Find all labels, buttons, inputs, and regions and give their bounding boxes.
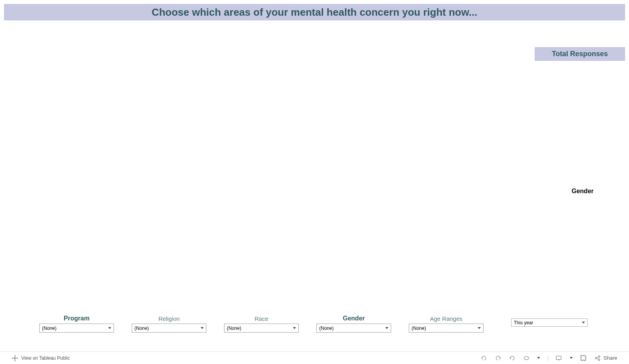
filter-gender-value: (None) bbox=[319, 326, 334, 331]
svg-point-5 bbox=[524, 357, 529, 360]
filter-religion-dropdown[interactable]: (None) bbox=[132, 324, 206, 333]
filter-religion-value: (None) bbox=[134, 326, 149, 331]
svg-rect-0 bbox=[15, 355, 15, 357]
filter-race-dropdown[interactable]: (None) bbox=[224, 324, 299, 333]
chevron-down-icon bbox=[200, 327, 204, 329]
filter-program-group: Program (None) bbox=[39, 315, 114, 333]
refresh-icon[interactable] bbox=[523, 355, 530, 362]
filter-gender-dropdown[interactable]: (None) bbox=[316, 324, 391, 333]
svg-rect-1 bbox=[15, 359, 15, 361]
device-preview-icon[interactable] bbox=[555, 355, 563, 362]
chevron-down-icon bbox=[582, 322, 585, 324]
total-responses-label: Total Responses bbox=[552, 50, 608, 58]
svg-rect-7 bbox=[558, 359, 560, 360]
revert-icon[interactable] bbox=[509, 355, 516, 362]
filter-race-label: Race bbox=[254, 315, 268, 322]
svg-point-10 bbox=[595, 357, 597, 359]
tableau-logo-icon bbox=[12, 355, 18, 361]
share-label: Share bbox=[603, 355, 617, 361]
filter-program-dropdown[interactable]: (None) bbox=[39, 324, 114, 333]
fullscreen-icon[interactable] bbox=[580, 355, 587, 362]
toolbar-left: View on Tableau Public bbox=[12, 355, 70, 361]
svg-point-11 bbox=[598, 356, 600, 357]
toolbar-right: | Share bbox=[480, 355, 617, 362]
gender-section-label: Gender bbox=[572, 188, 594, 195]
filter-program-value: (None) bbox=[42, 326, 57, 331]
filter-race-value: (None) bbox=[227, 326, 241, 331]
filter-time-value: This year bbox=[514, 320, 533, 326]
filter-age-group: Age Ranges (None) bbox=[409, 315, 484, 333]
title-bar: Choose which areas of your mental health… bbox=[4, 4, 625, 20]
filters-row: Program (None) Religion (None) Race (Non… bbox=[39, 315, 590, 333]
dropdown-arrow-icon[interactable] bbox=[537, 355, 540, 362]
undo-icon[interactable] bbox=[480, 355, 487, 362]
filter-religion-group: Religion (None) bbox=[132, 315, 206, 333]
filter-gender-group: Gender (None) bbox=[316, 315, 391, 333]
bottom-toolbar: View on Tableau Public | bbox=[0, 351, 629, 364]
svg-rect-6 bbox=[556, 356, 561, 359]
filter-program-label: Program bbox=[64, 315, 90, 322]
filter-age-dropdown[interactable]: (None) bbox=[409, 324, 484, 333]
svg-rect-4 bbox=[14, 357, 16, 359]
svg-rect-3 bbox=[16, 358, 18, 359]
chevron-down-icon bbox=[385, 327, 388, 329]
filter-time-dropdown[interactable]: This year bbox=[511, 318, 588, 327]
chevron-down-icon bbox=[108, 327, 111, 329]
page-title: Choose which areas of your mental health… bbox=[152, 6, 477, 18]
total-responses-panel: Total Responses bbox=[535, 47, 625, 61]
svg-point-12 bbox=[598, 359, 600, 360]
filter-time-group: This year bbox=[511, 318, 588, 327]
filter-religion-label: Religion bbox=[158, 315, 180, 322]
view-tableau-link[interactable]: View on Tableau Public bbox=[21, 355, 70, 361]
svg-line-13 bbox=[597, 357, 598, 358]
filter-gender-label: Gender bbox=[343, 315, 365, 322]
filter-age-label: Age Ranges bbox=[430, 315, 463, 322]
redo-icon[interactable] bbox=[495, 355, 502, 362]
share-icon bbox=[594, 355, 601, 362]
toolbar-separator: | bbox=[547, 355, 549, 361]
dropdown-arrow-icon[interactable] bbox=[570, 355, 573, 362]
filter-age-value: (None) bbox=[412, 326, 426, 331]
svg-line-14 bbox=[597, 359, 598, 359]
share-button[interactable]: Share bbox=[594, 355, 617, 362]
filter-race-group: Race (None) bbox=[224, 315, 299, 333]
chevron-down-icon bbox=[478, 327, 481, 329]
chevron-down-icon bbox=[293, 327, 296, 329]
svg-rect-2 bbox=[12, 358, 14, 359]
